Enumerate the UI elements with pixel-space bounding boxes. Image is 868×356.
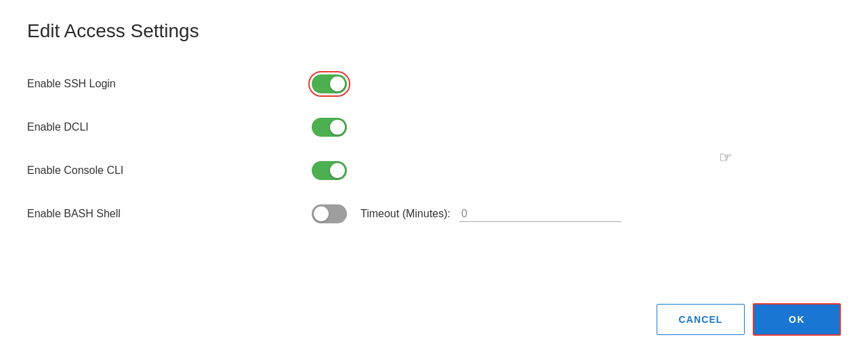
dcli-toggle[interactable] <box>312 118 347 137</box>
buttons-container: CANCEL OK <box>657 303 841 336</box>
ok-button[interactable]: OK <box>753 303 841 336</box>
bash-shell-thumb <box>314 206 329 221</box>
console-cli-toggle[interactable] <box>312 161 347 180</box>
settings-list: Enable SSH Login Enable DCLI <box>27 62 841 236</box>
ssh-login-thumb <box>330 76 345 91</box>
bash-shell-label: Enable BASH Shell <box>27 208 312 220</box>
timeout-label: Timeout (Minutes): <box>360 208 451 220</box>
ssh-login-toggle[interactable] <box>312 74 347 93</box>
setting-row-ssh-login: Enable SSH Login <box>27 62 841 106</box>
console-cli-label: Enable Console CLI <box>27 164 312 177</box>
setting-row-bash-shell: Enable BASH Shell Timeout (Minutes): <box>27 192 841 236</box>
bash-shell-toggle[interactable] <box>312 204 347 223</box>
timeout-section: Timeout (Minutes): <box>360 206 621 222</box>
dcli-toggle-wrapper <box>312 118 347 137</box>
page-title: Edit Access Settings <box>27 20 841 42</box>
setting-row-console-cli: Enable Console CLI <box>27 149 841 192</box>
page-container: Edit Access Settings Enable SSH Login En… <box>0 0 868 356</box>
setting-row-dcli: Enable DCLI <box>27 106 841 149</box>
cancel-button[interactable]: CANCEL <box>657 304 745 335</box>
console-cli-toggle-wrapper <box>312 161 347 180</box>
bash-shell-toggle-wrapper <box>312 204 347 223</box>
ssh-login-label: Enable SSH Login <box>27 78 312 90</box>
timeout-input[interactable] <box>459 206 621 222</box>
console-cli-thumb <box>330 163 345 178</box>
ssh-login-toggle-wrapper <box>312 74 347 93</box>
dcli-thumb <box>330 120 345 135</box>
dcli-label: Enable DCLI <box>27 121 312 133</box>
